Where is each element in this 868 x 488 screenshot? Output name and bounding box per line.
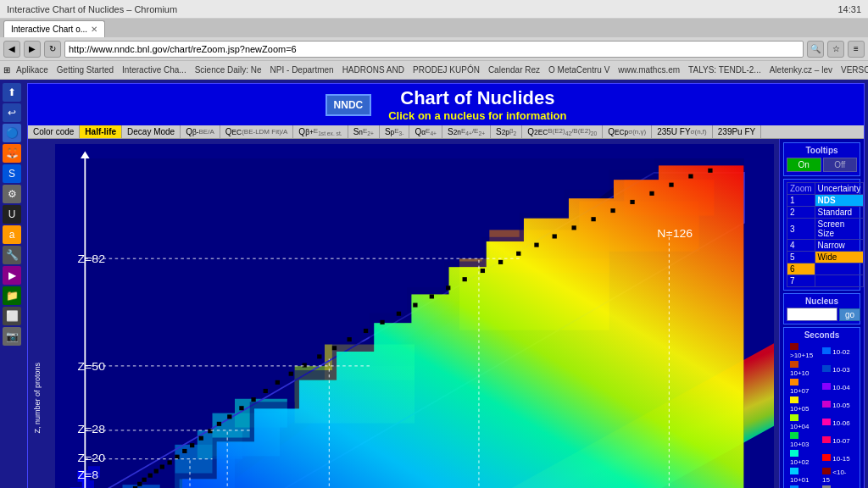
bookmark-npi[interactable]: NPI - Departmen bbox=[268, 64, 337, 75]
uncertainty-size[interactable]: Narrow bbox=[815, 240, 864, 252]
bookmark-mathcs[interactable]: www.mathcs.em bbox=[615, 64, 682, 75]
239pu-btn[interactable]: 239Pu FY bbox=[713, 125, 761, 138]
qecp-btn[interactable]: QECpσ(n,γ) bbox=[603, 125, 652, 138]
svg-rect-86 bbox=[264, 389, 268, 393]
svg-rect-95 bbox=[397, 312, 401, 316]
chart-header: NNDC Chart of Nuclides Click on a nucleu… bbox=[28, 84, 864, 125]
zoom-4[interactable]: 4 bbox=[787, 240, 815, 252]
svg-rect-108 bbox=[630, 200, 634, 204]
zoom-7[interactable]: 7 bbox=[787, 275, 815, 287]
qbplus-btn[interactable]: Qβ+E1st ex. st. bbox=[293, 125, 348, 138]
bookmark-getting-started[interactable]: Getting Started bbox=[54, 64, 116, 75]
q2ec-btn[interactable]: Q2ECB(E2)42/B(E2)20 bbox=[522, 125, 603, 138]
sidebar-icon-9[interactable]: 🔧 bbox=[3, 246, 21, 264]
go-button[interactable]: go bbox=[839, 308, 860, 321]
nuclide-chart-svg[interactable]: Z=8 Z=20 Z=28 Z=50 Z=82 N=8 N=20 N=28 N=… bbox=[55, 144, 774, 488]
sidebar-icon-5[interactable]: S bbox=[3, 164, 21, 183]
forward-button[interactable]: ▶ bbox=[24, 41, 41, 58]
sn-btn[interactable]: SnE2+ bbox=[348, 125, 380, 138]
sidebar-icon-12[interactable]: ⬜ bbox=[3, 307, 21, 325]
uncertainty-nds[interactable]: NDS bbox=[815, 195, 864, 207]
browser-title: Interactive Chart of Nuclides – Chromium bbox=[7, 4, 837, 14]
half-life-btn[interactable]: Half-life bbox=[80, 125, 122, 138]
back-button[interactable]: ◀ bbox=[3, 41, 20, 58]
settings-icon[interactable]: ≡ bbox=[848, 41, 865, 58]
zoom-2[interactable]: 2 bbox=[787, 207, 815, 219]
bookmark-aplicace[interactable]: Aplikace bbox=[14, 64, 51, 75]
sidebar-icon-8[interactable]: a bbox=[3, 225, 21, 244]
svg-rect-91 bbox=[332, 346, 337, 350]
zoom-6[interactable]: 6 bbox=[787, 263, 815, 275]
tooltips-on-btn[interactable]: On bbox=[787, 158, 821, 172]
chart-canvas-wrapper[interactable]: Z, number of protons bbox=[28, 139, 779, 488]
sidebar-icon-4[interactable]: 🦊 bbox=[3, 144, 21, 163]
clock: 14:31 bbox=[837, 4, 861, 14]
svg-rect-88 bbox=[289, 372, 293, 376]
sp-btn[interactable]: SpE3- bbox=[380, 125, 410, 138]
svg-rect-99 bbox=[463, 277, 467, 281]
zoom-1[interactable]: 1 bbox=[787, 195, 815, 207]
svg-rect-87 bbox=[275, 380, 280, 385]
svg-rect-100 bbox=[481, 269, 485, 273]
active-tab[interactable]: Interactive Chart o... ✕ bbox=[3, 20, 105, 37]
svg-rect-72 bbox=[142, 478, 146, 482]
sidebar-icon-10[interactable]: ▶ bbox=[3, 266, 21, 285]
s2n-btn[interactable]: S2nE4+/E2+ bbox=[442, 125, 491, 138]
reload-button[interactable]: ↻ bbox=[44, 41, 61, 58]
legend-table: >10+15 10-02 10+10 10-03 10+07 10-04 bbox=[787, 341, 857, 488]
svg-rect-103 bbox=[534, 243, 538, 247]
sidebar-icon-1[interactable]: ⬆ bbox=[3, 83, 21, 102]
qa-btn[interactable]: QαE4+ bbox=[409, 125, 442, 138]
tooltips-off-btn[interactable]: Off bbox=[823, 158, 858, 172]
bookmark-prodej[interactable]: PRODEJ KUPÓN bbox=[410, 64, 482, 75]
uncertainty-label: Uncertainty bbox=[815, 183, 864, 195]
sidebar-icon-6[interactable]: ⚙ bbox=[3, 185, 21, 203]
qec-btn[interactable]: QEC(BE-LDM Fit)/A bbox=[220, 125, 294, 138]
uncertainty-standard[interactable]: Standard bbox=[815, 207, 864, 219]
bookmark-science-daily[interactable]: Science Daily: Ne bbox=[192, 64, 264, 75]
address-bar[interactable] bbox=[64, 41, 804, 58]
uncertainty-narrow[interactable]: Wide bbox=[815, 252, 864, 263]
bookmark-aletenky[interactable]: Aletenky.cz – lev bbox=[767, 64, 835, 75]
svg-rect-98 bbox=[446, 286, 450, 290]
bookmark-hadrons[interactable]: HADRONS AND bbox=[340, 64, 407, 75]
svg-rect-82 bbox=[217, 422, 221, 426]
legend-cell-1: >10+15 bbox=[788, 343, 819, 359]
chart-viz-area: Z, number of protons bbox=[28, 139, 864, 488]
bookmark-verso[interactable]: VERSO bbox=[838, 64, 868, 75]
browser-toolbar: ◀ ▶ ↻ 🔍 ☆ ≡ bbox=[0, 37, 868, 61]
zoom-3[interactable]: 3 bbox=[787, 219, 815, 240]
tooltips-section: Tooltips On Off bbox=[783, 142, 860, 176]
svg-rect-90 bbox=[317, 354, 321, 358]
tab-bar: Interactive Chart o... ✕ bbox=[0, 19, 868, 37]
uncertainty-wide[interactable] bbox=[815, 263, 864, 275]
qbminus-btn[interactable]: Qβ-BE/A bbox=[181, 125, 220, 138]
sidebar-icon-7[interactable]: U bbox=[3, 205, 21, 224]
nucleus-input[interactable] bbox=[787, 308, 837, 321]
bookmark-talys[interactable]: TALYS: TENDL-2... bbox=[686, 64, 764, 75]
sidebar-icon-13[interactable]: 📷 bbox=[3, 327, 21, 346]
color-code-btn[interactable]: Color code bbox=[28, 125, 80, 138]
s2p-btn[interactable]: S2pβ2 bbox=[491, 125, 522, 138]
legend-cell-11: 10+03 bbox=[788, 432, 819, 448]
235u-btn[interactable]: 235U FYσ(n,f) bbox=[652, 125, 713, 138]
bookmark-metacentru[interactable]: O MetaCentru V bbox=[546, 64, 612, 75]
decay-mode-btn[interactable]: Decay Mode bbox=[122, 125, 181, 138]
sidebar-icon-3[interactable]: 🔵 bbox=[3, 124, 21, 142]
sidebar-icon-2[interactable]: ↩ bbox=[3, 103, 21, 122]
bookmark-icon[interactable]: ☆ bbox=[827, 41, 844, 58]
bookmark-interactive-chart[interactable]: Interactive Cha... bbox=[120, 64, 189, 75]
search-icon[interactable]: 🔍 bbox=[807, 41, 824, 58]
uncertainty-screen[interactable]: Screen Size bbox=[815, 219, 864, 240]
zoom-5[interactable]: 5 bbox=[787, 252, 815, 263]
nndc-logo: NNDC bbox=[326, 94, 372, 116]
svg-rect-75 bbox=[160, 464, 164, 469]
sidebar-icon-11[interactable]: 📁 bbox=[3, 286, 21, 305]
tab-close-icon[interactable]: ✕ bbox=[91, 25, 97, 34]
legend-cell-14: 10-15 bbox=[821, 450, 855, 466]
chart-subtitle: Click on a nucleus for information bbox=[388, 109, 566, 122]
svg-rect-85 bbox=[251, 397, 255, 402]
y-axis-label: Z, number of protons bbox=[33, 363, 42, 434]
svg-rect-106 bbox=[591, 217, 595, 221]
bookmark-calendar[interactable]: Calendar Rez bbox=[486, 64, 542, 75]
